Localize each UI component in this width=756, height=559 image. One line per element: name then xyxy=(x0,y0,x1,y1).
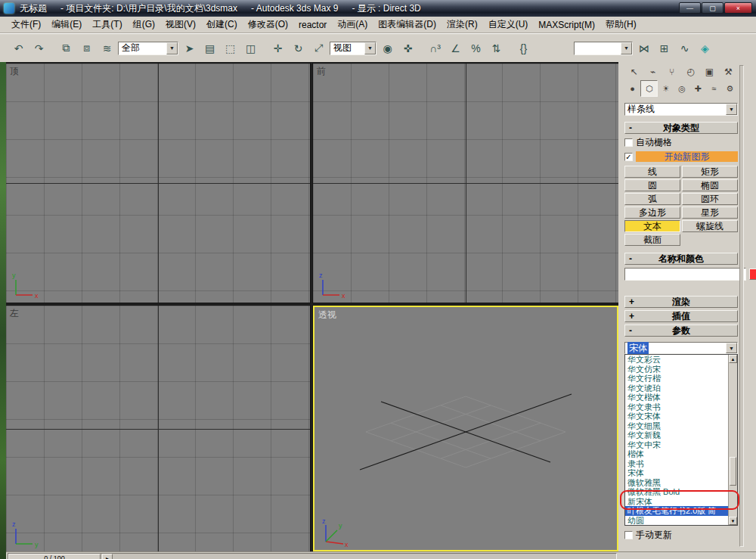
window-crossing-icon[interactable]: ◫ xyxy=(241,39,260,57)
viewport-label[interactable]: 顶 xyxy=(10,65,19,78)
font-list-item[interactable]: 华文行楷 xyxy=(625,374,728,384)
font-list-item[interactable]: 微软雅黑 xyxy=(625,478,728,488)
viewport-front[interactable]: 前 z x xyxy=(313,64,618,303)
font-list-item[interactable]: 宋体 xyxy=(625,468,728,478)
font-list-item[interactable]: 华文细黑 xyxy=(625,421,728,431)
menu-item[interactable]: 修改器(O) xyxy=(243,17,293,33)
unlink-selection-icon[interactable]: ⧈ xyxy=(77,39,96,57)
redo-icon[interactable]: ↷ xyxy=(29,39,48,57)
panel-scrollbar[interactable] xyxy=(739,65,744,547)
expand-icon[interactable]: + xyxy=(629,311,634,322)
select-by-name-icon[interactable]: ▤ xyxy=(200,39,219,57)
expand-icon[interactable]: + xyxy=(629,297,634,308)
font-list-scrollbar[interactable]: ▲ ▼ xyxy=(728,355,737,525)
menu-item[interactable]: 工具(T) xyxy=(87,17,127,33)
chevron-down-icon[interactable]: ▼ xyxy=(726,104,737,115)
viewport-label[interactable]: 前 xyxy=(317,65,326,78)
menu-item[interactable]: 图表编辑器(D) xyxy=(373,17,442,33)
font-list-item[interactable]: 华文琥珀 xyxy=(625,384,728,393)
parameters-rollout[interactable]: - 参数 xyxy=(624,325,738,337)
minimize-button[interactable]: — xyxy=(679,2,701,14)
select-and-rotate-icon[interactable]: ↻ xyxy=(289,39,308,57)
curve-editor-icon[interactable]: ∿ xyxy=(675,39,694,57)
lights-category-icon[interactable]: ☀ xyxy=(658,80,674,97)
font-list-item[interactable]: 楷体 xyxy=(625,449,728,459)
scroll-down-icon[interactable]: ▼ xyxy=(729,517,737,525)
object-type-button[interactable]: 椭圆 xyxy=(682,179,738,191)
create-tab-icon[interactable]: ↖ xyxy=(624,64,643,80)
display-tab-icon[interactable]: ▣ xyxy=(700,64,719,80)
undo-icon[interactable]: ↶ xyxy=(9,39,28,57)
select-and-link-icon[interactable]: ⧉ xyxy=(57,39,76,57)
geometry-category-icon[interactable]: ● xyxy=(624,80,640,97)
object-color-swatch[interactable] xyxy=(749,269,756,280)
motion-tab-icon[interactable]: ◴ xyxy=(681,64,700,80)
cameras-category-icon[interactable]: ◎ xyxy=(674,80,689,97)
font-list-item[interactable]: 微软雅黑 Bold xyxy=(625,487,728,497)
shape-category-dropdown[interactable]: 样条线 ▼ xyxy=(624,103,738,116)
snap-toggle-icon[interactable]: ∩³ xyxy=(426,39,445,57)
rendering-rollout[interactable]: + 渲染 xyxy=(624,296,738,308)
start-new-shape-checkbox[interactable]: ✓ xyxy=(624,153,633,161)
menu-item[interactable]: 编辑(E) xyxy=(46,17,87,33)
font-list-item[interactable]: 幼圆 xyxy=(625,516,728,526)
align-icon[interactable]: ⊞ xyxy=(655,39,674,57)
object-type-button[interactable]: 圆环 xyxy=(682,193,738,205)
mirror-icon[interactable]: ⋈ xyxy=(634,39,653,57)
interpolation-rollout[interactable]: + 插值 xyxy=(624,310,738,322)
modify-tab-icon[interactable]: ⌁ xyxy=(643,64,662,80)
menu-item[interactable]: 帮助(H) xyxy=(600,17,642,33)
font-list-item[interactable]: 华文宋体 xyxy=(625,411,728,421)
viewport-left[interactable]: 左 z y xyxy=(6,306,310,551)
object-type-rollout[interactable]: - 对象类型 xyxy=(624,122,738,134)
select-and-manipulate-icon[interactable]: ✜ xyxy=(398,39,417,57)
object-type-button[interactable]: 文本 xyxy=(624,220,680,232)
font-list-item[interactable]: 华文仿宋 xyxy=(625,365,728,374)
spinner-snap-icon[interactable]: ⇅ xyxy=(487,39,506,57)
font-list-item[interactable]: 华文楷体 xyxy=(625,393,728,402)
viewport-label[interactable]: 透视 xyxy=(318,309,336,321)
hierarchy-tab-icon[interactable]: ⑂ xyxy=(662,64,681,80)
manual-update-checkbox[interactable] xyxy=(624,531,633,539)
object-type-button[interactable]: 截面 xyxy=(624,234,680,246)
font-list-item[interactable]: 华文新魏 xyxy=(625,430,728,440)
select-object-icon[interactable]: ➤ xyxy=(180,39,199,57)
viewport-top[interactable]: 顶 y x xyxy=(6,64,310,303)
name-color-rollout[interactable]: - 名称和颜色 xyxy=(624,253,738,265)
object-type-button[interactable]: 圆 xyxy=(624,179,680,191)
font-list-item[interactable]: 华文彩云 xyxy=(625,355,728,365)
named-selection-sets-icon[interactable]: {} xyxy=(514,39,533,57)
menu-item[interactable]: reactor xyxy=(293,18,332,32)
font-list-item[interactable]: 华文中宋 xyxy=(625,440,728,450)
scrollbar-thumb[interactable] xyxy=(730,457,736,486)
reference-coordinate-dropdown[interactable]: 视图 ▼ xyxy=(330,42,376,55)
rectangular-selection-region-icon[interactable]: ⬚ xyxy=(221,39,240,57)
font-list-item[interactable]: 隶书 xyxy=(625,459,728,469)
scroll-up-icon[interactable]: ▲ xyxy=(729,355,737,363)
time-slider-track[interactable]: 0 / 100 ▸ xyxy=(8,553,617,559)
viewport-perspective[interactable]: 透视 z x y xyxy=(313,306,618,551)
utilities-tab-icon[interactable]: ⚒ xyxy=(719,64,738,80)
chevron-down-icon[interactable]: ▼ xyxy=(166,42,178,54)
use-pivot-center-icon[interactable]: ◉ xyxy=(378,39,397,57)
helpers-category-icon[interactable]: ✚ xyxy=(690,80,706,97)
percent-snap-icon[interactable]: % xyxy=(466,39,485,57)
menu-item[interactable]: MAXScript(M) xyxy=(533,18,600,32)
maximize-button[interactable]: ▢ xyxy=(702,2,723,14)
autogrid-checkbox[interactable] xyxy=(624,138,633,147)
object-type-button[interactable]: 星形 xyxy=(682,207,738,219)
start-new-shape-button[interactable]: 开始新图形 xyxy=(636,151,738,162)
font-list-item[interactable]: 华文隶书 xyxy=(625,402,728,412)
menu-item[interactable]: 渲染(R) xyxy=(442,17,483,33)
collapse-icon[interactable]: - xyxy=(629,123,632,134)
systems-category-icon[interactable]: ⚙ xyxy=(722,80,738,97)
object-type-button[interactable]: 线 xyxy=(624,166,680,178)
select-and-move-icon[interactable]: ✛ xyxy=(268,39,287,57)
named-selection-dropdown[interactable]: ▼ xyxy=(574,42,633,55)
shapes-category-icon[interactable]: ⬡ xyxy=(640,80,658,97)
collapse-icon[interactable]: - xyxy=(629,325,632,337)
chevron-down-icon[interactable]: ▼ xyxy=(364,42,376,54)
menu-item[interactable]: 自定义(U) xyxy=(483,17,534,33)
close-button[interactable]: × xyxy=(724,2,752,14)
material-editor-icon[interactable]: ◈ xyxy=(696,39,714,57)
